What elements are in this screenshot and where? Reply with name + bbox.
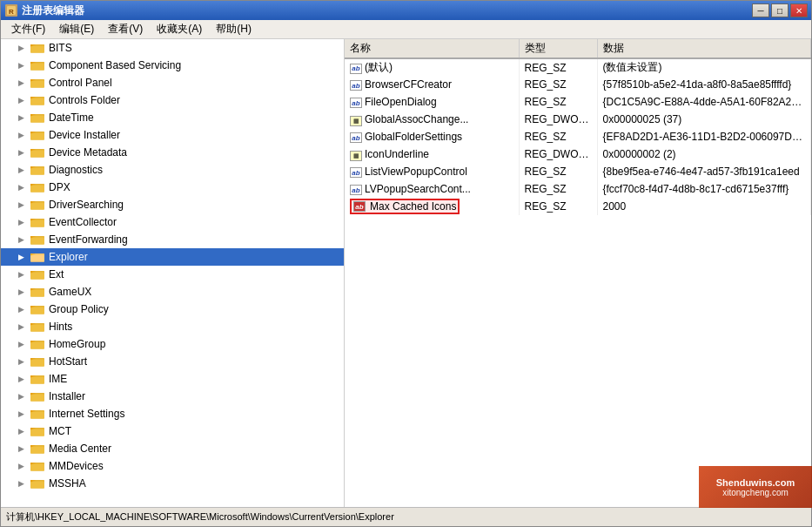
cell-name: ▦GlobalAssocChange...	[345, 111, 519, 128]
dword-icon: ▦	[350, 151, 362, 161]
tree-item-label: MMDevices	[49, 460, 104, 472]
tree-item-event-forwarding[interactable]: ▶ EventForwarding	[1, 231, 344, 248]
menu-view[interactable]: 查看(V)	[101, 20, 150, 38]
tree-arrow-icon: ▶	[18, 479, 30, 488]
svg-rect-77	[30, 464, 44, 471]
tree-item-controls-folder[interactable]: ▶ Controls Folder	[1, 91, 344, 109]
ab-icon: ab	[350, 98, 362, 108]
svg-rect-74	[30, 447, 44, 454]
title-bar-buttons: ─ □ ✕	[752, 3, 808, 17]
tree-item-group-policy[interactable]: ▶ Group Policy	[1, 301, 344, 318]
values-table-container[interactable]: 名称 类型 数据 ab(默认)REG_SZ(数值未设置)abBrowserCFC…	[345, 39, 811, 507]
tree-item-label: Media Center	[49, 443, 111, 455]
tree-arrow-icon: ▶	[18, 218, 30, 226]
tree-item-explorer[interactable]: ▶ Explorer	[1, 248, 344, 266]
col-type[interactable]: 类型	[519, 39, 597, 58]
table-row[interactable]: abMax Cached IconsREG_SZ2000	[345, 198, 811, 215]
table-row[interactable]: ab(默认)REG_SZ(数值未设置)	[345, 58, 811, 76]
window-title: 注册表编辑器	[22, 3, 84, 18]
watermark-line2: xitongcheng.com	[722, 488, 789, 497]
tree-item-media-center[interactable]: ▶ Media Center	[1, 440, 344, 457]
svg-rect-50	[30, 307, 44, 314]
tree-item-event-collector[interactable]: ▶ EventCollector	[1, 213, 344, 231]
tree-arrow-icon: ▶	[18, 287, 30, 296]
tree-item-datetime[interactable]: ▶ DateTime	[1, 109, 344, 126]
watermark: Shenduwins.com xitongcheng.com	[699, 466, 812, 508]
table-row[interactable]: ▦GlobalAssocChange...REG_DWORD0x00000025…	[345, 111, 811, 128]
cell-type: REG_SZ	[519, 128, 597, 145]
folder-icon	[30, 372, 46, 386]
folder-icon	[30, 337, 46, 351]
tree-item-label: EventCollector	[49, 216, 117, 228]
table-row[interactable]: ▦IconUnderlineREG_DWORD0x00000002 (2)	[345, 145, 811, 163]
tree-item-hints[interactable]: ▶ Hints	[1, 318, 344, 335]
tree-arrow-icon: ▶	[18, 253, 30, 261]
minimize-button[interactable]: ─	[752, 3, 769, 17]
col-data[interactable]: 数据	[597, 39, 811, 58]
tree-arrow-icon: ▶	[18, 78, 30, 87]
tree-item-gameux[interactable]: ▶ GameUX	[1, 283, 344, 301]
table-row[interactable]: abListViewPopupControlREG_SZ{8be9f5ea-e7…	[345, 163, 811, 180]
folder-icon	[30, 93, 46, 107]
menu-favorites[interactable]: 收藏夹(A)	[150, 20, 209, 38]
tree-item-diagnostics[interactable]: ▶ Diagnostics	[1, 161, 344, 179]
cell-data: {57f8510b-a5e2-41da-a8f0-8a5ae85ffffd}	[597, 76, 811, 93]
cell-name: abFileOpenDialog	[345, 93, 519, 111]
tree-item-mmdevices[interactable]: ▶ MMDevices	[1, 457, 344, 475]
tree-arrow-icon: ▶	[18, 61, 30, 70]
svg-rect-20	[30, 133, 44, 140]
menu-edit[interactable]: 编辑(E)	[52, 20, 101, 38]
tree-item-label: Ext	[49, 268, 64, 280]
table-row[interactable]: abFileOpenDialogREG_SZ{DC1C5A9C-E88A-4dd…	[345, 93, 811, 111]
tree-item-control-panel[interactable]: ▶ Control Panel	[1, 74, 344, 91]
tree-item-device-installer[interactable]: ▶ Device Installer	[1, 126, 344, 144]
tree-item-internet-settings[interactable]: ▶ Internet Settings	[1, 405, 344, 422]
folder-icon	[30, 76, 46, 90]
menu-file[interactable]: 文件(F)	[4, 20, 52, 38]
cell-type: REG_SZ	[519, 76, 597, 93]
svg-rect-32	[30, 203, 44, 210]
tree-arrow-icon: ▶	[18, 113, 30, 122]
close-button[interactable]: ✕	[790, 3, 808, 17]
ab-icon: ab	[350, 132, 362, 143]
menu-help[interactable]: 帮助(H)	[209, 20, 258, 38]
tree-item-installer[interactable]: ▶ Installer	[1, 388, 344, 405]
tree-item-bits[interactable]: ▶ BITS	[1, 39, 344, 57]
folder-icon	[30, 267, 46, 281]
svg-rect-14	[30, 98, 44, 105]
tree-arrow-icon: ▶	[18, 305, 30, 314]
cell-data: {EF8AD2D1-AE36-11D1-B2D2-006097DF8C	[597, 128, 811, 145]
ab-icon: ab	[350, 80, 362, 91]
tree-item-driver-searching[interactable]: ▶ DriverSearching	[1, 196, 344, 213]
tree-item-mssha[interactable]: ▶ MSSHA	[1, 475, 344, 492]
ab-icon: ab	[350, 185, 362, 195]
table-row[interactable]: abLVPopupSearchCont...REG_SZ{fccf70c8-f4…	[345, 180, 811, 198]
tree-item-label: DateTime	[49, 111, 94, 124]
tree-item-label: Device Installer	[49, 129, 120, 141]
tree-item-device-metadata[interactable]: ▶ Device Metadata	[1, 144, 344, 161]
tree-item-hotstart[interactable]: ▶ HotStart	[1, 353, 344, 370]
table-row[interactable]: abBrowserCFCreatorREG_SZ{57f8510b-a5e2-4…	[345, 76, 811, 93]
folder-icon	[30, 355, 46, 368]
tree-item-dpx[interactable]: ▶ DPX	[1, 179, 344, 196]
tree-item-mct[interactable]: ▶ MCT	[1, 422, 344, 440]
folder-icon	[30, 111, 46, 125]
tree-arrow-icon: ▶	[18, 392, 30, 401]
tree-item-ime[interactable]: ▶ IME	[1, 370, 344, 388]
tree-item-homegroup[interactable]: ▶ HomeGroup	[1, 335, 344, 353]
col-name[interactable]: 名称	[345, 39, 519, 58]
registry-tree[interactable]: ▶ BITS▶ Component Based Servicing▶ Contr…	[1, 39, 344, 507]
tree-arrow-icon: ▶	[18, 96, 30, 105]
maximize-button[interactable]: □	[771, 3, 789, 17]
cell-type: REG_SZ	[519, 93, 597, 111]
tree-item-label: EventForwarding	[49, 233, 128, 246]
table-row[interactable]: abGlobalFolderSettingsREG_SZ{EF8AD2D1-AE…	[345, 128, 811, 145]
ab-icon: ab	[350, 167, 362, 178]
folder-icon	[30, 128, 46, 142]
cell-type: REG_DWORD	[519, 145, 597, 163]
tree-item-label: Control Panel	[49, 77, 112, 89]
svg-rect-8	[30, 64, 44, 71]
tree-item-component-based-servicing[interactable]: ▶ Component Based Servicing	[1, 57, 344, 74]
tree-item-ext[interactable]: ▶ Ext	[1, 266, 344, 283]
tree-item-label: Hints	[49, 321, 72, 333]
